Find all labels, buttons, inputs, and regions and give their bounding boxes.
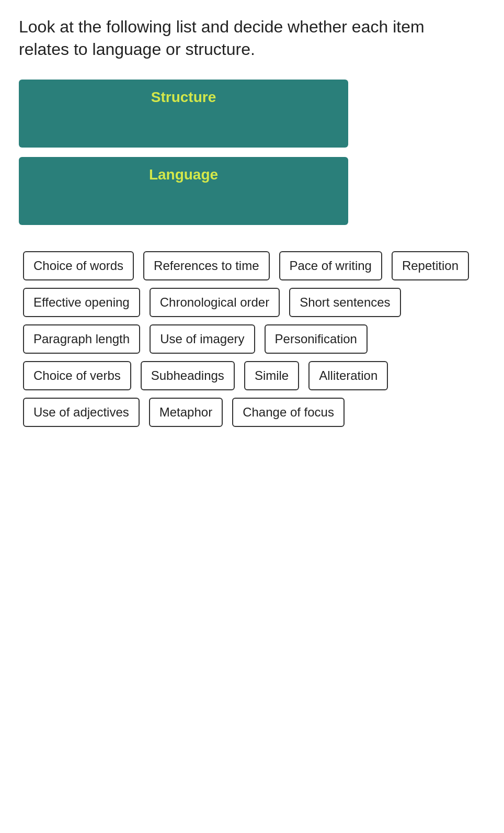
item-chip-alliteration[interactable]: Alliteration bbox=[308, 361, 388, 390]
drop-zone-label-structure: Structure bbox=[30, 89, 337, 106]
item-chip-references-to-time[interactable]: References to time bbox=[143, 251, 269, 280]
instruction-text: Look at the following list and decide wh… bbox=[19, 16, 448, 61]
item-chip-simile[interactable]: Simile bbox=[244, 361, 299, 390]
item-chip-subheadings[interactable]: Subheadings bbox=[141, 361, 235, 390]
drop-zone-language[interactable]: Language bbox=[19, 157, 348, 225]
item-chip-metaphor[interactable]: Metaphor bbox=[149, 398, 223, 427]
items-pool: Choice of wordsReferences to timePace of… bbox=[19, 251, 485, 427]
item-chip-use-of-adjectives[interactable]: Use of adjectives bbox=[23, 398, 140, 427]
item-chip-choice-of-verbs[interactable]: Choice of verbs bbox=[23, 361, 131, 390]
item-chip-use-of-imagery[interactable]: Use of imagery bbox=[150, 324, 255, 354]
item-chip-personification[interactable]: Personification bbox=[265, 324, 368, 354]
drop-zone-label-language: Language bbox=[30, 166, 337, 183]
item-chip-short-sentences[interactable]: Short sentences bbox=[289, 288, 400, 317]
drop-zones-container: StructureLanguage bbox=[19, 80, 485, 225]
item-chip-pace-of-writing[interactable]: Pace of writing bbox=[279, 251, 382, 280]
drop-zone-structure[interactable]: Structure bbox=[19, 80, 348, 148]
item-chip-change-of-focus[interactable]: Change of focus bbox=[232, 398, 345, 427]
item-chip-effective-opening[interactable]: Effective opening bbox=[23, 288, 140, 317]
item-chip-chronological-order[interactable]: Chronological order bbox=[150, 288, 280, 317]
item-chip-repetition[interactable]: Repetition bbox=[392, 251, 469, 280]
item-chip-paragraph-length[interactable]: Paragraph length bbox=[23, 324, 140, 354]
item-chip-choice-of-words[interactable]: Choice of words bbox=[23, 251, 134, 280]
